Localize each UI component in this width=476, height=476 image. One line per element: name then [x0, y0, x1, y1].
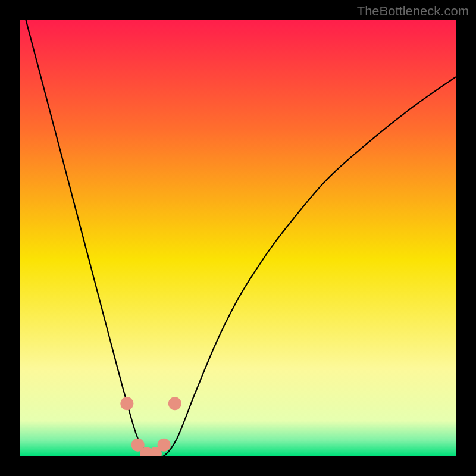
- watermark-text: TheBottleneck.com: [357, 4, 469, 19]
- marker-dot: [158, 439, 171, 452]
- chart-area: [20, 20, 456, 456]
- marker-dot: [168, 397, 181, 410]
- marker-dot: [120, 397, 133, 410]
- chart-background: [20, 20, 456, 456]
- bottleneck-chart: [20, 20, 456, 456]
